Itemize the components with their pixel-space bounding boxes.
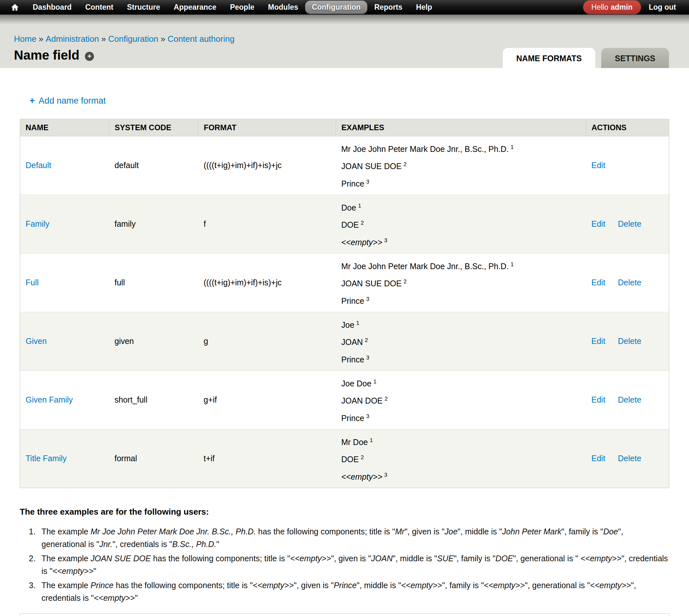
user-account-link[interactable]: Helloadmin <box>583 0 641 14</box>
table-row-full: Full full ((((t+ig)+im)+if)+is)+jc Mr Jo… <box>20 253 669 312</box>
name-formats-table: NAME SYSTEM CODE FORMAT EXAMPLES ACTIONS… <box>20 119 669 488</box>
nav-item-reports[interactable]: Reports <box>367 1 409 14</box>
nav-item-help[interactable]: Help <box>409 1 439 14</box>
actions-cell: Edit Delete <box>586 253 669 312</box>
example-ref-number: 3 <box>366 413 369 419</box>
example-line: Mr Joe John Peter Mark Doe Jnr., B.Sc., … <box>341 257 580 274</box>
nav-item-people[interactable]: People <box>223 1 261 14</box>
format-string-cell: t+if <box>198 429 336 488</box>
nav-item-dashboard[interactable]: Dashboard <box>26 1 79 14</box>
table-row-title-family: Title Family formal t+if Mr Doe1 DOE2 <<… <box>20 429 669 488</box>
header-name: NAME <box>20 119 109 136</box>
add-name-format-link[interactable]: + Add name format <box>29 95 106 106</box>
delete-link[interactable]: Delete <box>618 395 641 404</box>
breadcrumb-link-home[interactable]: Home <box>14 34 36 44</box>
note-number: 1. <box>29 525 36 538</box>
example-line: Prince3 <box>341 409 580 426</box>
example-ref-number: 2 <box>404 161 407 168</box>
example-line: Mr Joe John Peter Mark Doe Jnr., B.Sc., … <box>341 139 580 157</box>
format-name-link[interactable]: Full <box>26 278 39 287</box>
format-string-cell: ((((t+ig)+im)+if)+is)+jc <box>198 136 336 195</box>
home-icon-glyph <box>11 3 19 12</box>
example-line: JOAN SUE DOE2 <box>341 157 580 174</box>
actions-cell: Edit Delete <box>586 371 669 429</box>
example-line: <<empty>>3 <box>341 233 580 250</box>
home-icon[interactable] <box>8 0 21 15</box>
header-examples: EXAMPLES <box>336 119 586 136</box>
logout-link[interactable]: Log out <box>644 0 681 14</box>
breadcrumb-link-administration[interactable]: Administration <box>46 34 99 44</box>
edit-link[interactable]: Edit <box>591 278 605 287</box>
edit-link[interactable]: Edit <box>591 336 605 346</box>
format-name-link[interactable]: Given Family <box>26 395 73 404</box>
page-title: Name field <box>14 48 79 63</box>
example-ref-number: 2 <box>365 337 368 343</box>
nav-item-modules[interactable]: Modules <box>261 1 305 14</box>
examples-cell: Mr Joe John Peter Mark Doe Jnr., B.Sc., … <box>336 253 586 312</box>
table-row-given-family: Given Family short_full g+if Joe Doe1 JO… <box>20 371 669 429</box>
actions-cell: Edit Delete <box>586 312 669 371</box>
actions-cell: Edit Delete <box>586 195 669 253</box>
note-item: 2.The example JOAN SUE DOE has the follo… <box>20 552 669 577</box>
example-ref-number: 1 <box>370 437 372 443</box>
note-number: 2. <box>29 552 36 565</box>
delete-link[interactable]: Delete <box>618 454 641 463</box>
format-name-link[interactable]: Given <box>26 336 47 346</box>
system-code-cell: default <box>109 136 198 195</box>
example-line: Joe Doe1 <box>341 374 580 391</box>
example-line: Mr Doe1 <box>341 433 580 450</box>
table-row-default: Default default ((((t+ig)+im)+if)+is)+jc… <box>20 136 669 195</box>
edit-link[interactable]: Edit <box>591 395 605 404</box>
delete-link[interactable]: Delete <box>618 336 641 346</box>
example-ref-number: 2 <box>361 455 364 461</box>
example-line: <<empty>>3 <box>341 467 580 485</box>
example-line: JOAN SUE DOE2 <box>341 274 580 291</box>
example-ref-number: 1 <box>358 203 361 209</box>
format-string-cell: g+if <box>198 371 336 429</box>
note-item: 3.The example Prince has the following c… <box>20 579 669 604</box>
edit-link[interactable]: Edit <box>591 161 605 170</box>
example-line: Prince3 <box>341 291 580 309</box>
breadcrumb-link-configuration[interactable]: Configuration <box>108 34 158 44</box>
example-line: Prince3 <box>341 174 580 192</box>
format-name-link[interactable]: Default <box>26 161 51 170</box>
system-code-cell: given <box>109 312 198 371</box>
breadcrumb-link-content-authoring[interactable]: Content authoring <box>168 34 235 44</box>
example-ref-number: 3 <box>366 296 369 302</box>
delete-link[interactable]: Delete <box>618 219 641 228</box>
example-line: JOAN2 <box>341 333 580 350</box>
example-ref-number: 1 <box>373 379 376 385</box>
format-string-cell: g <box>198 312 336 371</box>
example-line: Joe1 <box>341 315 580 333</box>
tab-name-formats[interactable]: NAME FORMATS <box>503 48 596 68</box>
nav-item-structure[interactable]: Structure <box>120 1 167 14</box>
example-ref-number: 3 <box>384 472 387 478</box>
system-code-cell: formal <box>109 429 198 488</box>
table-row-family: Family family f Doe1 DOE2 <<empty>>3 Edi… <box>20 195 669 253</box>
page-header: Home»Administration»Configuration»Conten… <box>0 15 689 68</box>
delete-link[interactable]: Delete <box>618 278 641 287</box>
nav-item-configuration[interactable]: Configuration <box>305 1 368 14</box>
edit-link[interactable]: Edit <box>591 454 605 463</box>
format-name-link[interactable]: Title Family <box>26 454 67 463</box>
nav-item-content[interactable]: Content <box>79 1 120 14</box>
format-name-link[interactable]: Family <box>26 219 49 228</box>
format-string-cell: f <box>198 195 336 253</box>
example-ref-number: 2 <box>385 396 387 402</box>
header-system-code: SYSTEM CODE <box>109 119 198 136</box>
actions-cell: Edit <box>586 136 669 195</box>
example-ref-number: 1 <box>356 320 359 326</box>
plus-icon: + <box>29 95 35 106</box>
tab-settings[interactable]: SETTINGS <box>601 48 669 68</box>
example-ref-number: 3 <box>384 237 387 244</box>
header-format: FORMAT <box>198 119 336 136</box>
examples-cell: Mr Joe John Peter Mark Doe Jnr., B.Sc., … <box>336 136 586 195</box>
add-shortcut-icon[interactable]: + <box>85 52 94 61</box>
nav-item-appearance[interactable]: Appearance <box>167 1 223 14</box>
add-name-format-label: Add name format <box>39 96 106 106</box>
examples-cell: Joe1 JOAN2 Prince3 <box>336 312 586 371</box>
actions-cell: Edit Delete <box>586 429 669 488</box>
notes-section: 1.The example Mr Joe John Peter Mark Doe… <box>20 525 669 604</box>
edit-link[interactable]: Edit <box>591 219 605 228</box>
example-line: DOE2 <box>341 450 580 467</box>
